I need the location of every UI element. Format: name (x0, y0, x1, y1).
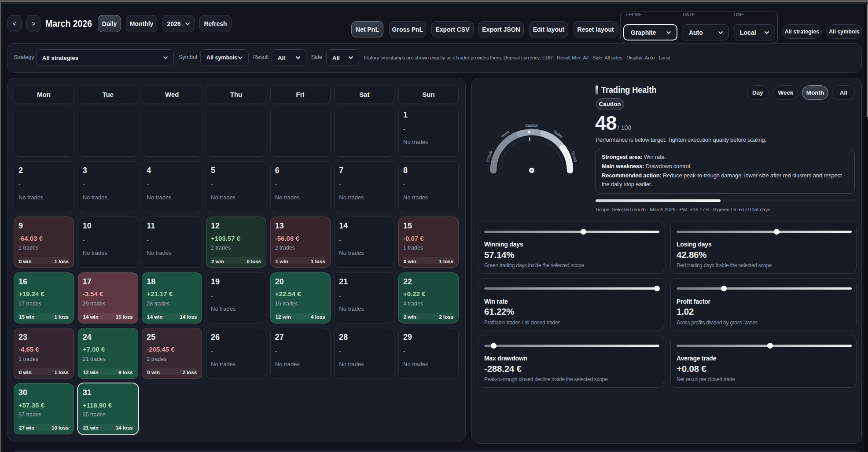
svg-text:Caution: Caution (525, 123, 538, 128)
